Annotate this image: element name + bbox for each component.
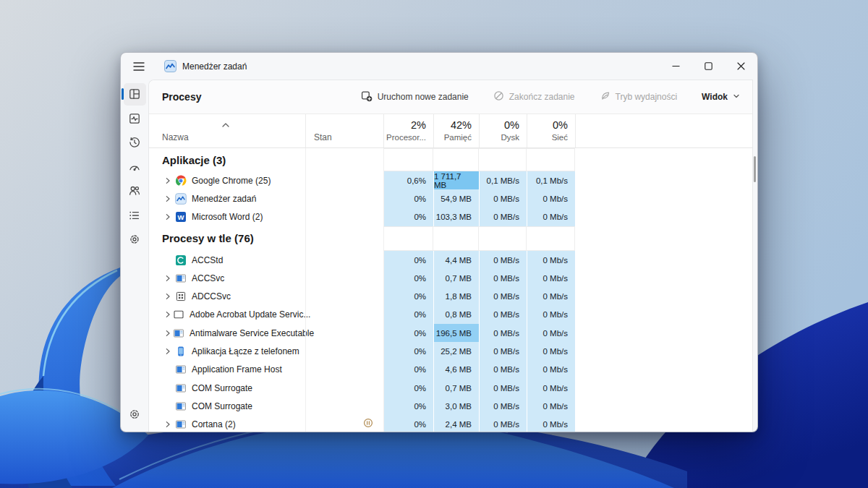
run-new-task-label: Uruchom nowe zadanie [378,92,469,102]
column-header-disk[interactable]: 0% Dysk [479,114,527,147]
network-cell: 0 Mb/s [527,324,575,342]
cpu-cell: 0% [383,361,433,379]
sidebar-item-performance[interactable] [124,107,146,129]
run-new-task-button[interactable]: Uruchom nowe zadanie [354,85,475,109]
memory-label: Pamięć [433,132,472,142]
process-name-cell: Application Frame Host [149,361,305,379]
toolbar: Procesy Uruchom nowe zadanie Zakończ zad… [149,80,752,114]
process-row[interactable]: COM Surrogate0%3,0 MB0 MB/s0 Mb/s [149,397,752,415]
cpu-cell: 0% [383,306,433,324]
expand-chevron-icon[interactable] [163,194,174,203]
sidebar-item-app-history[interactable] [124,132,146,154]
cpu-cell: 0% [383,416,433,432]
disk-cell: 0 MB/s [479,361,527,379]
disk-cell: 0 MB/s [479,287,527,305]
memory-cell: 54,9 MB [433,189,479,207]
taskmgr-app-icon [175,193,187,205]
disk-cell: 0 MB/s [479,251,527,269]
expand-chevron-icon[interactable] [163,310,172,319]
maximize-button[interactable] [692,53,725,80]
memory-cell: 3,0 MB [433,397,479,415]
efficiency-mode-button[interactable]: Tryb wydajności [593,85,684,108]
network-cell: 0 Mb/s [527,306,575,324]
sidebar-item-details[interactable] [124,204,146,226]
process-row[interactable]: COM Surrogate0%0,7 MB0 MB/s0 Mb/s [149,379,752,397]
minimize-button[interactable] [660,53,692,80]
end-task-button[interactable]: Zakończ zadanie [487,85,582,108]
process-row[interactable]: Adobe Acrobat Update Servic...0%0,8 MB0 … [149,306,752,324]
expand-chevron-icon[interactable] [163,329,172,338]
grid-app-icon [175,291,187,302]
process-row[interactable]: Aplikacja Łącze z telefonem0%25,2 MB0 MB… [149,342,752,360]
sidebar-item-services[interactable] [124,228,146,251]
status-cell [305,287,383,305]
window-app-icon [175,401,187,412]
network-total: 0% [527,119,568,132]
process-row[interactable]: Cortana (2)0%2,4 MB0 MB/s0 Mb/s [149,416,752,432]
leaf-icon [600,90,610,103]
process-name: COM Surrogate [192,383,252,393]
memory-cell: 0,8 MB [433,306,479,324]
status-cell [305,361,383,379]
column-header-network[interactable]: 0% Sieć [527,114,575,147]
section-header-row[interactable]: Procesy w tle (76) [149,226,752,251]
view-label: Widok [702,92,728,102]
network-cell: 0 Mb/s [527,269,575,287]
phone-app-icon [175,346,187,357]
cpu-cell: 0% [383,269,433,287]
cpu-cell: 0% [383,397,433,415]
disk-cell: 0 MB/s [479,342,527,360]
status-cell [305,379,383,397]
process-name-cell: Adobe Acrobat Update Servic... [149,306,305,324]
column-header-cpu[interactable]: 2% Procesor... [383,114,433,147]
process-name-cell: Cortana (2) [149,416,305,432]
menu-button[interactable] [129,57,148,76]
expand-chevron-icon[interactable] [163,292,174,301]
task-manager-window: Menedżer zadań [120,52,758,432]
efficiency-mode-label: Tryb wydajności [616,92,678,102]
expand-chevron-icon[interactable] [163,347,174,356]
acc-green-app-icon [175,254,187,266]
expand-chevron-icon[interactable] [163,213,174,221]
process-name: Adobe Acrobat Update Servic... [190,309,310,320]
process-row[interactable]: Antimalware Service Executable0%196,5 MB… [149,324,752,342]
process-rows: Aplikacje (3)Google Chrome (25)0,6%1 711… [149,148,752,432]
expand-chevron-icon[interactable] [163,420,174,429]
process-name-cell: Aplikacja Łącze z telefonem [149,342,305,360]
window-app-icon [173,328,184,339]
process-name: COM Surrogate [192,401,252,411]
window-app-icon [175,419,187,430]
process-row[interactable]: Application Frame Host0%4,6 MB0 MB/s0 Mb… [149,361,752,379]
column-header-name[interactable]: Nazwa [162,132,189,142]
column-header-memory[interactable]: 42% Pamięć [433,114,479,147]
status-cell [305,416,383,432]
process-row[interactable]: Google Chrome (25)0,6%1 711,7 MB0,1 MB/s… [149,171,752,189]
scrollbar-thumb[interactable] [754,156,756,182]
sidebar-item-settings[interactable] [124,403,146,426]
network-cell: 0 Mb/s [527,416,575,432]
section-header-row[interactable]: Aplikacje (3) [149,148,752,171]
process-name-cell: WMicrosoft Word (2) [149,208,305,226]
column-header-status[interactable]: Stan [314,132,332,142]
expand-chevron-icon[interactable] [163,274,174,283]
cpu-cell: 0% [383,189,433,207]
process-row[interactable]: WMicrosoft Word (2)0%103,3 MB0 MB/s0 Mb/… [149,208,752,226]
process-row[interactable]: ADCCSvc0%1,8 MB0 MB/s0 Mb/s [149,287,752,305]
process-row[interactable]: Menedżer zadań0%54,9 MB0 MB/s0 Mb/s [149,189,752,207]
process-name: Menedżer zadań [192,194,256,204]
view-dropdown-button[interactable]: Widok [695,87,746,107]
sidebar-item-processes[interactable] [124,83,146,106]
process-row[interactable]: ACCStd0%4,4 MB0 MB/s0 Mb/s [149,251,752,269]
disk-total: 0% [479,119,519,132]
close-button[interactable] [725,53,757,80]
process-row[interactable]: ACCSvc0%0,7 MB0 MB/s0 Mb/s [149,269,752,287]
memory-cell: 2,4 MB [433,416,479,432]
status-cell [305,397,383,415]
sidebar-item-users[interactable] [124,180,146,202]
process-name-cell: Menedżer zadań [149,189,305,207]
chrome-app-icon [175,175,187,187]
page-title: Procesy [162,91,201,103]
sidebar-item-startup-apps[interactable] [124,155,146,178]
expand-chevron-icon[interactable] [163,176,174,185]
end-task-icon [493,90,504,103]
